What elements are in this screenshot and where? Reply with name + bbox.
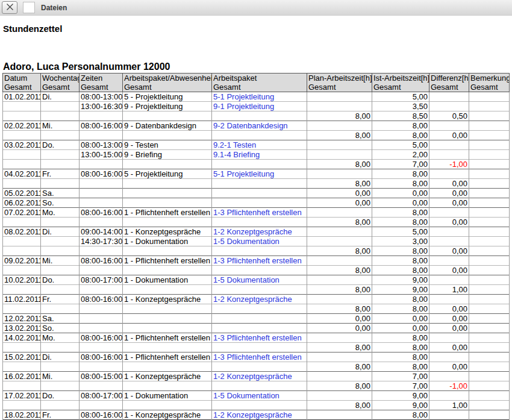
cell-paket xyxy=(123,131,212,140)
cell-plan: 8,00 xyxy=(307,401,372,410)
cell-plan xyxy=(307,102,372,111)
arbeitspaket-link[interactable]: 1-2 Konzeptgespräche xyxy=(213,372,292,381)
cell-plan: 0,00 xyxy=(307,324,372,333)
table-row: 02.02.2011Mi.08:00-16:009 - Datenbankdes… xyxy=(3,121,510,131)
arbeitspaket-link[interactable]: 9-2 Datenbankdesign xyxy=(213,121,288,130)
cell-link: 1-2 Konzeptgespräche xyxy=(212,227,307,237)
cell-diff: 0,00 xyxy=(429,362,469,372)
arbeitspaket-link[interactable]: 9.1-4 Briefing xyxy=(213,150,260,159)
cell-wochentag xyxy=(41,150,80,160)
table-row: 16.02.2011Mi.08:00-15:001 - Konzeptgespr… xyxy=(3,372,510,381)
table-row: 10.02.2011Do.08:00-17:001 - Dokumentatio… xyxy=(3,275,510,285)
cell-link xyxy=(212,111,307,121)
cell-ist: 8,00 xyxy=(372,208,429,218)
cell-bemerkung xyxy=(469,381,510,391)
cell-bemerkung xyxy=(469,353,510,362)
cell-link xyxy=(212,285,307,295)
cell-plan xyxy=(307,121,372,131)
cell-bemerkung xyxy=(469,266,510,275)
cell-datum xyxy=(3,266,41,275)
cell-diff: 0,00 xyxy=(429,324,469,333)
table-row: 04.02.2011Fr.08:00-16:005 - Projektleitu… xyxy=(3,169,510,179)
cell-ist: 8,00 xyxy=(372,410,429,420)
cell-zeiten xyxy=(80,111,123,121)
cell-diff xyxy=(429,227,469,237)
cell-plan: 8,00 xyxy=(307,218,372,227)
column-header-ist: Ist-Arbeitszeit[h]Gesamt xyxy=(372,74,429,92)
cell-ist: 8,00 xyxy=(372,256,429,266)
cell-diff xyxy=(429,295,469,304)
cell-datum xyxy=(3,285,41,295)
arbeitspaket-link[interactable]: 9.2-1 Testen xyxy=(213,140,256,149)
cell-paket xyxy=(123,285,212,295)
close-button[interactable] xyxy=(2,1,17,14)
cell-datum: 15.02.2011 xyxy=(3,353,41,362)
cell-ist: 8,00 xyxy=(372,333,429,343)
arbeitspaket-link[interactable]: 1-2 Konzeptgespräche xyxy=(213,227,292,236)
arbeitspaket-link[interactable]: 5-1 Projektleitung xyxy=(213,169,274,178)
arbeitspaket-link[interactable]: 1-2 Konzeptgespräche xyxy=(213,410,292,419)
cell-diff xyxy=(429,372,469,381)
cell-zeiten xyxy=(80,285,123,295)
cell-diff xyxy=(429,391,469,401)
cell-wochentag xyxy=(41,381,80,391)
cell-link xyxy=(212,362,307,372)
cell-zeiten: 08:00-16:00 xyxy=(80,256,123,266)
arbeitspaket-link[interactable]: 1-5 Dokumentation xyxy=(213,391,279,400)
cell-datum: 02.02.2011 xyxy=(3,121,41,131)
cell-diff xyxy=(429,256,469,266)
table-row: 14.02.2011Mo.08:00-16:001 - Pflichtenhef… xyxy=(3,333,510,343)
table-row: 8,008,000,00 xyxy=(3,179,510,189)
arbeitspaket-link[interactable]: 5-1 Projektleitung xyxy=(213,92,274,101)
file-icon[interactable] xyxy=(23,2,35,13)
cell-datum xyxy=(3,179,41,189)
arbeitspaket-link[interactable]: 1-5 Dokumentation xyxy=(213,275,279,284)
table-row: 8,008,000,00 xyxy=(3,218,510,227)
cell-wochentag: Fr. xyxy=(41,169,80,179)
arbeitspaket-link[interactable]: 1-3 Pflichtenheft erstellen xyxy=(213,353,302,362)
cell-wochentag: Fr. xyxy=(41,410,80,420)
arbeitspaket-link[interactable]: 1-2 Konzeptgespräche xyxy=(213,295,292,304)
cell-link: 5-1 Projektleitung xyxy=(212,92,307,102)
employee-heading: Adoro, Luca Personalnummer 12000 xyxy=(3,61,512,72)
arbeitspaket-link[interactable]: 1-3 Pflichtenheft erstellen xyxy=(213,208,302,217)
cell-link: 1-2 Konzeptgespräche xyxy=(212,410,307,420)
table-row: 12.02.2011Sa.0,000,000,00 xyxy=(3,314,510,324)
page-title: Stundenzettel xyxy=(3,24,512,34)
cell-paket xyxy=(123,218,212,227)
table-row: 17.02.2011Do.08:00-17:001 - Dokumentatio… xyxy=(3,391,510,401)
cell-paket xyxy=(123,179,212,189)
table-row: 8,007,00-1,00 xyxy=(3,381,510,391)
cell-bemerkung xyxy=(469,189,510,198)
cell-datum xyxy=(3,381,41,391)
cell-zeiten: 08:00-16:00 xyxy=(80,208,123,218)
cell-wochentag: Mo. xyxy=(41,333,80,343)
cell-zeiten xyxy=(80,362,123,372)
cell-bemerkung xyxy=(469,179,510,189)
cell-paket xyxy=(123,343,212,353)
cell-link xyxy=(212,401,307,410)
cell-plan: 8,00 xyxy=(307,266,372,275)
cell-wochentag xyxy=(41,285,80,295)
table-row: 8,007,00-1,00 xyxy=(3,160,510,169)
arbeitspaket-link[interactable]: 9-1 Projektleitung xyxy=(213,102,274,111)
cell-diff xyxy=(429,208,469,218)
cell-wochentag xyxy=(41,304,80,314)
cell-paket: 1 - Konzeptgespräche xyxy=(123,295,212,304)
cell-datum: 11.02.2011 xyxy=(3,295,41,304)
cell-ist: 8,00 xyxy=(372,353,429,362)
table-row: 11.02.2011Fr.08:00-16:001 - Konzeptgespr… xyxy=(3,295,510,304)
arbeitspaket-link[interactable]: 1-5 Dokumentation xyxy=(213,237,279,246)
cell-diff: 0,00 xyxy=(429,218,469,227)
arbeitspaket-link[interactable]: 1-3 Pflichtenheft erstellen xyxy=(213,256,302,265)
cell-wochentag xyxy=(41,179,80,189)
cell-diff: 0,00 xyxy=(429,266,469,275)
cell-bemerkung xyxy=(469,111,510,121)
cell-link xyxy=(212,218,307,227)
cell-plan xyxy=(307,391,372,401)
cell-zeiten xyxy=(80,189,123,198)
table-row: 8,008,500,50 xyxy=(3,111,510,121)
arbeitspaket-link[interactable]: 1-3 Pflichtenheft erstellen xyxy=(213,333,302,342)
cell-paket: 1 - Dokumentation xyxy=(123,275,212,285)
cell-bemerkung xyxy=(469,324,510,333)
